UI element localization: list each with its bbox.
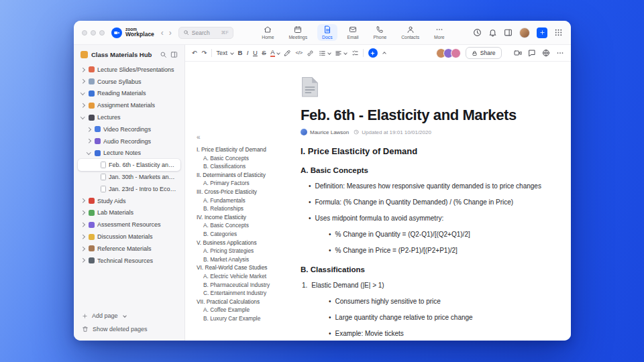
sidebar-item[interactable]: Lectures	[78, 111, 180, 123]
strikethrough-icon[interactable]: S	[262, 50, 266, 56]
doc-list-item[interactable]: •% Change in Price = (P2-P1)/[(P2+P1)/2]	[329, 246, 543, 255]
tab-home[interactable]: Home	[257, 24, 278, 42]
chevron-right-icon[interactable]	[80, 68, 85, 72]
chevron-right-icon[interactable]	[80, 80, 85, 84]
toc-item[interactable]: VI. Real-World Case Studies	[197, 263, 283, 272]
toc-item[interactable]: I. Price Elasticity of Demand	[197, 145, 283, 154]
sidebar-item[interactable]: Technical Resources	[78, 255, 180, 267]
font-color-icon[interactable]: A	[270, 49, 279, 57]
toc-item[interactable]: B. Luxury Car Example	[197, 314, 283, 323]
sidebar-item[interactable]: Feb. 6th - Elasticity and M...	[78, 159, 180, 171]
document-canvas[interactable]: Feb. 6th - Elasticity and Markets Mauric…	[286, 62, 571, 341]
doc-list-item[interactable]: 1.Elastic Demand (|E| > 1)	[302, 281, 543, 290]
video-icon[interactable]	[514, 49, 522, 57]
toc-item[interactable]: A. Primary Factors	[197, 179, 283, 188]
doc-heading[interactable]: I. Price Elasticity of Demand	[301, 146, 543, 156]
toc-item[interactable]: A. Pricing Strategies	[197, 247, 283, 255]
toc-item[interactable]: A. Electric Vehicle Market	[197, 272, 283, 281]
underline-icon[interactable]: U	[253, 50, 258, 56]
code-icon[interactable]: </>	[296, 50, 303, 56]
sidebar-item[interactable]: Assessment Resources	[78, 219, 180, 231]
chevron-right-icon[interactable]	[80, 258, 85, 262]
toc-item[interactable]: A. Fundamentals	[197, 196, 283, 205]
chevron-right-icon[interactable]	[87, 127, 91, 131]
checklist-icon[interactable]	[352, 50, 359, 57]
redo-icon[interactable]: ↷	[201, 50, 207, 56]
undo-icon[interactable]: ↶	[192, 50, 197, 56]
tab-phone[interactable]: Phone	[369, 24, 392, 42]
tab-meetings[interactable]: Meetings	[284, 24, 312, 42]
sidebar-item[interactable]: Lab Materials	[78, 207, 180, 219]
sidebar-item[interactable]: Discussion Materials	[78, 231, 180, 243]
add-page-button[interactable]: Add page	[82, 312, 176, 319]
toc-item[interactable]: A. Coffee Example	[197, 306, 283, 314]
collapse-outline-icon[interactable]: «	[197, 134, 283, 141]
sidebar-item[interactable]: Assignment Materials	[78, 99, 180, 111]
chevron-right-icon[interactable]	[80, 223, 85, 227]
doc-list-item[interactable]: •Definition: Measures how responsive qua…	[309, 182, 543, 191]
chevron-right-icon[interactable]	[80, 247, 85, 251]
sidebar-item[interactable]: Lecture Slides/Presentations	[78, 64, 180, 76]
bullet-list-icon[interactable]	[319, 50, 331, 57]
apps-grid-icon[interactable]	[554, 28, 563, 37]
toc-item[interactable]: B. Relationships	[197, 204, 283, 213]
align-icon[interactable]	[335, 50, 347, 57]
chevron-down-icon[interactable]	[123, 314, 127, 318]
search-input[interactable]: Search ⌘F	[178, 27, 233, 39]
sidebar-item[interactable]: Course Syllabus	[78, 76, 180, 88]
highlighter-icon[interactable]	[284, 50, 291, 57]
toc-item[interactable]: II. Determinants of Elasticity	[197, 171, 283, 180]
show-deleted-pages-button[interactable]: Show deleted pages	[82, 326, 176, 333]
ai-companion-button[interactable]	[368, 48, 378, 58]
toc-item[interactable]: A. Basic Concepts	[197, 221, 283, 230]
tab-docs[interactable]: Docs	[317, 24, 337, 42]
sidebar-item[interactable]: Video Recordings	[78, 123, 180, 135]
sidebar-item[interactable]: Jan. 30th - Markets and P...	[78, 171, 180, 183]
chevron-right-icon[interactable]	[80, 103, 85, 107]
toc-item[interactable]: B. Pharmaceutical Industry	[197, 281, 283, 290]
tab-contacts[interactable]: Contacts	[396, 24, 424, 42]
panel-icon[interactable]	[504, 28, 513, 37]
toc-item[interactable]: B. Categories	[197, 230, 283, 239]
sidebar-item[interactable]: Jan. 23rd - Intro to Econo...	[78, 183, 180, 195]
sidebar-item[interactable]: Reading Materials	[78, 88, 180, 100]
collapse-sidebar-icon[interactable]	[170, 51, 178, 58]
sidebar-item[interactable]: Lecture Notes	[78, 147, 180, 160]
chevron-down-icon[interactable]	[80, 115, 85, 119]
comment-icon[interactable]	[528, 49, 536, 57]
globe-icon[interactable]	[542, 49, 550, 57]
chevron-right-icon[interactable]	[80, 235, 85, 239]
chevron-right-icon[interactable]	[80, 198, 85, 202]
toc-item[interactable]: V. Business Applications	[197, 239, 283, 247]
chevron-down-icon[interactable]	[87, 150, 91, 154]
italic-icon[interactable]: I	[247, 50, 249, 56]
sidebar-item[interactable]: Study Aids	[78, 195, 180, 207]
close-window-button[interactable]	[82, 30, 87, 36]
bell-icon[interactable]	[488, 28, 497, 37]
doc-list-item[interactable]: •Large quantity change relative to price…	[329, 313, 543, 322]
more-icon[interactable]	[556, 49, 564, 57]
toc-item[interactable]: A. Basic Concepts	[197, 154, 283, 163]
doc-list-item[interactable]: •% Change in Quantity = (Q2-Q1)/[(Q2+Q1)…	[329, 230, 543, 239]
sidebar-search-icon[interactable]	[160, 51, 167, 58]
doc-list-item[interactable]: •Formula: (% Change in Quantity Demanded…	[309, 198, 543, 207]
tab-more[interactable]: More	[429, 24, 449, 42]
collapse-toolbar-icon[interactable]	[382, 52, 386, 54]
history-icon[interactable]	[473, 28, 482, 37]
link-icon[interactable]	[307, 50, 314, 57]
doc-list-item[interactable]: •Uses midpoint formula to avoid asymmetr…	[309, 214, 543, 223]
text-style-dropdown[interactable]: Text	[216, 50, 233, 56]
user-avatar[interactable]	[519, 27, 530, 38]
chevron-down-icon[interactable]	[80, 90, 85, 95]
chevron-right-icon[interactable]	[87, 139, 91, 143]
collaborator-avatar[interactable]	[451, 48, 461, 58]
doc-list-item[interactable]: •Consumers highly sensitive to price	[329, 297, 543, 306]
toc-item[interactable]: B. Market Analysis	[197, 255, 283, 264]
sidebar-item[interactable]: Reference Materials	[78, 243, 180, 255]
tab-email[interactable]: Email	[343, 24, 364, 42]
doc-heading[interactable]: A. Basic Concepts	[301, 166, 543, 174]
doc-list-item[interactable]: •Example: Movie tickets	[329, 329, 543, 339]
maximize-window-button[interactable]	[99, 30, 105, 36]
doc-heading[interactable]: B. Classifications	[301, 265, 543, 274]
back-button[interactable]: ‹	[161, 29, 164, 37]
